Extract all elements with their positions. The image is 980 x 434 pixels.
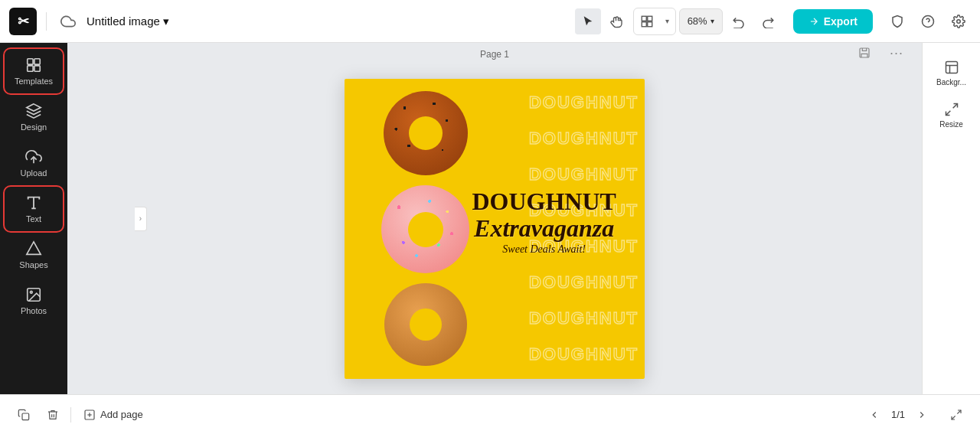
design-label: Design (21, 122, 47, 132)
select-tool-button[interactable] (575, 8, 601, 34)
redo-button[interactable] (755, 8, 781, 34)
zoom-arrow: ▾ (710, 17, 714, 25)
donut-hole-1 (409, 116, 443, 150)
toolbar: ▾ 68% ▾ (575, 8, 781, 35)
resize-label: Resize (939, 120, 963, 129)
svg-line-26 (952, 416, 956, 419)
page-navigation: 1/1 (864, 404, 933, 426)
prev-page-button[interactable] (864, 404, 885, 426)
duplicate-page-button[interactable] (12, 403, 35, 426)
settings-button[interactable] (946, 9, 971, 34)
canvas-wrapper[interactable]: DOUGHNUT DOUGHNUT DOUGHNUT DOUGHNUT DOUG… (67, 63, 922, 394)
svg-rect-8 (34, 59, 40, 64)
undo-button[interactable] (726, 8, 752, 34)
page-label: Page 1 (480, 49, 509, 60)
layout-tool-group: ▾ (633, 8, 676, 35)
svg-rect-18 (946, 62, 957, 73)
delete-page-button[interactable] (41, 403, 64, 426)
canvas-page-header: Page 1 ··· (67, 43, 922, 63)
shapes-icon (25, 240, 42, 257)
canvas-save-icon[interactable] (851, 43, 877, 66)
templates-label: Templates (15, 77, 53, 86)
canvas-more-button[interactable]: ··· (884, 43, 910, 66)
sidebar-collapse-button[interactable]: › (135, 207, 147, 231)
title-text: Untitled image (87, 15, 160, 28)
sidebar-item-photos[interactable]: Photos (5, 279, 63, 323)
bottom-bar: Add page 1/1 (0, 394, 980, 434)
svg-line-19 (952, 104, 957, 109)
next-page-button[interactable] (911, 404, 933, 426)
svg-rect-0 (642, 16, 646, 21)
right-panel-resize[interactable]: Resize (927, 94, 976, 136)
svg-rect-9 (28, 66, 33, 71)
text-icon (25, 194, 42, 211)
svg-marker-14 (27, 242, 41, 255)
canvas-area: › Page 1 ··· DOUGHNUT DOUGHNUT DOUGHNUT … (67, 43, 922, 394)
page-indicator: 1/1 (891, 409, 905, 420)
design-icon (25, 103, 42, 119)
photos-label: Photos (21, 306, 47, 315)
background-icon (944, 60, 959, 75)
resize-icon (944, 102, 959, 117)
expand-button[interactable] (945, 403, 968, 426)
cloud-save-button[interactable] (56, 9, 80, 34)
upload-icon (25, 148, 42, 165)
canvas-title-line3: Sweet Deals Await! (468, 243, 621, 256)
header-right-icons (885, 9, 971, 34)
zoom-control[interactable]: 68% ▾ (679, 8, 723, 34)
right-panel-background[interactable]: Backgr... (927, 52, 976, 94)
donut-plain (384, 283, 467, 366)
title-dropdown-icon: ▾ (163, 15, 169, 28)
donut-hole-2 (408, 212, 443, 247)
layout-tool-button[interactable] (634, 8, 660, 34)
canvas-title-line1: DOUGHNUT (468, 188, 621, 214)
shield-button[interactable] (885, 9, 910, 34)
svg-rect-3 (647, 21, 652, 26)
sidebar-item-upload[interactable]: Upload (5, 141, 63, 185)
sidebar-item-templates[interactable]: Templates (5, 49, 63, 93)
svg-rect-10 (34, 66, 40, 71)
canvas-title-line2: Extravaganza (468, 215, 621, 242)
layout-dropdown-button[interactable]: ▾ (660, 8, 675, 34)
svg-point-16 (30, 291, 32, 293)
add-page-label: Add page (100, 409, 143, 420)
svg-line-25 (957, 410, 961, 414)
donut-chocolate (384, 91, 468, 175)
help-button[interactable] (916, 9, 940, 34)
sidebar-item-text[interactable]: Text (5, 187, 63, 231)
sidebar: Templates Design Upload Text (0, 43, 67, 394)
export-label: Export (824, 15, 858, 28)
donut-hole-3 (410, 308, 442, 341)
export-button[interactable]: Export (793, 9, 873, 34)
templates-icon (25, 57, 42, 73)
svg-rect-2 (642, 21, 646, 26)
svg-rect-1 (647, 16, 652, 21)
upload-label: Upload (21, 168, 47, 178)
document-title[interactable]: Untitled image ▾ (87, 15, 169, 28)
canvas-title-overlay: DOUGHNUT Extravaganza Sweet Deals Await! (468, 188, 621, 255)
text-label: Text (26, 214, 41, 224)
app-logo[interactable]: ✂ (9, 8, 37, 35)
shapes-label: Shapes (19, 260, 47, 269)
pan-tool-button[interactable] (604, 8, 630, 34)
svg-rect-21 (22, 413, 29, 420)
zoom-level: 68% (688, 15, 707, 27)
donut-pink (381, 185, 469, 273)
svg-point-6 (957, 19, 961, 23)
main-layout: Templates Design Upload Text (0, 43, 980, 394)
canvas-header-icons: ··· (851, 43, 910, 66)
background-label: Backgr... (936, 78, 966, 86)
right-panel: Backgr... Resize (922, 43, 980, 394)
add-page-button[interactable]: Add page (77, 406, 149, 424)
sidebar-item-design[interactable]: Design (5, 95, 63, 139)
bottom-divider (70, 407, 71, 423)
undo-redo-group (726, 8, 781, 34)
sidebar-item-shapes[interactable]: Shapes (5, 233, 63, 277)
svg-rect-7 (28, 59, 33, 64)
canvas-design[interactable]: DOUGHNUT DOUGHNUT DOUGHNUT DOUGHNUT DOUG… (345, 79, 645, 379)
header: ✂ Untitled image ▾ ▾ 68% ▾ (0, 0, 980, 43)
header-divider (46, 12, 47, 31)
svg-line-20 (946, 111, 950, 116)
photos-icon (25, 286, 42, 303)
